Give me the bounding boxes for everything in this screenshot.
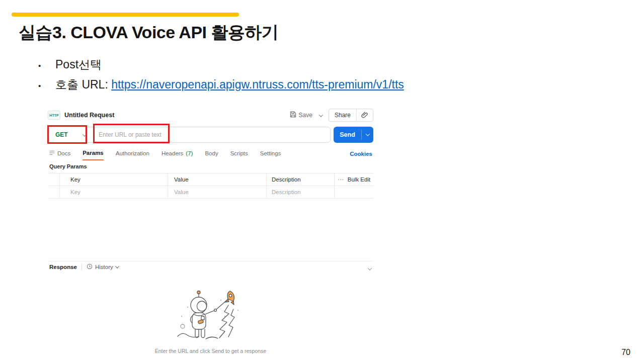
http-request-icon: HTTP bbox=[48, 111, 60, 120]
tab-label: Params bbox=[83, 150, 104, 156]
value-input-placeholder[interactable]: Value bbox=[168, 186, 267, 198]
tab-authorization[interactable]: Authorization bbox=[116, 150, 149, 160]
header-actions: Save Share bbox=[289, 108, 373, 122]
select-all-cell bbox=[48, 173, 60, 186]
tab-headers[interactable]: Headers (7) bbox=[162, 150, 193, 160]
tab-label: Scripts bbox=[230, 150, 248, 156]
save-button-label: Save bbox=[299, 112, 312, 119]
chevron-down-icon bbox=[115, 264, 119, 268]
row-select-cell[interactable] bbox=[48, 186, 60, 198]
bullet-marker: • bbox=[38, 61, 55, 70]
method-dropdown[interactable]: GET bbox=[48, 131, 93, 138]
title-accent-bar bbox=[12, 13, 239, 17]
vertical-divider bbox=[82, 264, 82, 270]
send-button-label: Send bbox=[334, 131, 361, 138]
tab-label: Docs bbox=[57, 150, 70, 156]
tab-params[interactable]: Params bbox=[83, 150, 104, 160]
history-label: History bbox=[95, 264, 113, 270]
chevron-down-icon bbox=[368, 266, 372, 270]
cookies-link[interactable]: Cookies bbox=[350, 151, 372, 157]
astronaut-rocket-illustration bbox=[177, 287, 246, 344]
method-dropdown-value: GET bbox=[55, 131, 68, 138]
tab-label: Headers bbox=[162, 150, 183, 156]
key-input-placeholder[interactable]: Key bbox=[60, 186, 168, 198]
bulk-edit-label: Bulk Edit bbox=[348, 176, 370, 183]
request-header: HTTP Untitled Request Save Share bbox=[48, 108, 373, 122]
bullet-text: 호출 URL: https://naveropenapi.apigw.ntrus… bbox=[55, 77, 404, 93]
query-params-table: Key Value Description ⋯ Bulk Edit Key Va… bbox=[48, 173, 373, 199]
tab-body[interactable]: Body bbox=[205, 150, 218, 160]
bulk-edit-button[interactable]: ⋯ Bulk Edit bbox=[335, 173, 373, 186]
description-input-placeholder[interactable]: Description bbox=[267, 186, 335, 198]
bullet-marker: • bbox=[38, 81, 55, 90]
response-divider bbox=[48, 261, 373, 261]
chevron-down-icon bbox=[319, 113, 323, 117]
request-tabs: Docs Params Authorization Headers (7) Bo… bbox=[49, 150, 281, 160]
slide-title: 실습3. CLOVA Voice API 활용하기 bbox=[19, 21, 278, 44]
bullet-item: • Post선택 bbox=[38, 57, 404, 72]
column-header-value: Value bbox=[168, 173, 267, 186]
tab-label: Authorization bbox=[116, 150, 149, 156]
request-title: Untitled Request bbox=[64, 112, 114, 119]
chevron-down-icon bbox=[365, 132, 369, 136]
page-number: 70 bbox=[621, 348, 630, 357]
bullet-text: Post선택 bbox=[55, 57, 102, 72]
row-actions-cell bbox=[335, 186, 373, 198]
postman-screenshot: HTTP Untitled Request Save Share bbox=[48, 107, 373, 357]
send-button[interactable]: Send bbox=[334, 127, 373, 143]
tab-label: Body bbox=[205, 150, 218, 156]
share-button[interactable]: Share bbox=[329, 109, 357, 121]
share-group: Share bbox=[329, 109, 373, 122]
copy-link-button[interactable] bbox=[357, 111, 373, 120]
tts-api-hyperlink[interactable]: https://naveropenapi.apigw.ntruss.com/tt… bbox=[111, 78, 404, 91]
response-heading: Response bbox=[49, 264, 77, 270]
history-dropdown[interactable]: History bbox=[87, 263, 119, 270]
presentation-slide: 실습3. CLOVA Voice API 활용하기 • Post선택 • 호출 … bbox=[0, 0, 644, 362]
request-url-bar: GET bbox=[48, 127, 331, 143]
bullet-list: • Post선택 • 호출 URL: https://naveropenapi.… bbox=[38, 57, 404, 97]
table-row: Key Value Description bbox=[48, 186, 373, 199]
headers-count-badge: (7) bbox=[186, 150, 193, 156]
empty-state-caption: Enter the URL and click Send to get a re… bbox=[48, 348, 373, 354]
save-options-button[interactable] bbox=[317, 112, 325, 119]
send-options-button[interactable] bbox=[362, 133, 373, 136]
response-collapse-button[interactable] bbox=[368, 265, 371, 272]
response-bar: Response History bbox=[49, 263, 119, 270]
save-button[interactable]: Save bbox=[289, 110, 313, 121]
url-input[interactable] bbox=[93, 131, 330, 138]
list-icon bbox=[49, 150, 55, 156]
history-clock-icon bbox=[87, 263, 93, 270]
bullet-item: • 호출 URL: https://naveropenapi.apigw.ntr… bbox=[38, 77, 404, 93]
tab-scripts[interactable]: Scripts bbox=[230, 150, 248, 160]
tab-settings[interactable]: Settings bbox=[260, 150, 281, 160]
table-header-row: Key Value Description ⋯ Bulk Edit bbox=[48, 173, 373, 186]
bullet-url-prefix: 호출 URL: bbox=[55, 78, 111, 91]
column-header-key: Key bbox=[60, 173, 168, 186]
ellipsis-icon: ⋯ bbox=[338, 176, 344, 183]
column-header-description: Description bbox=[267, 173, 335, 186]
chevron-down-icon bbox=[83, 131, 86, 138]
tab-label: Settings bbox=[260, 150, 281, 156]
paperclip-icon bbox=[361, 111, 368, 120]
save-icon bbox=[290, 111, 296, 119]
tab-docs[interactable]: Docs bbox=[49, 150, 70, 160]
query-params-heading: Query Params bbox=[49, 163, 87, 169]
